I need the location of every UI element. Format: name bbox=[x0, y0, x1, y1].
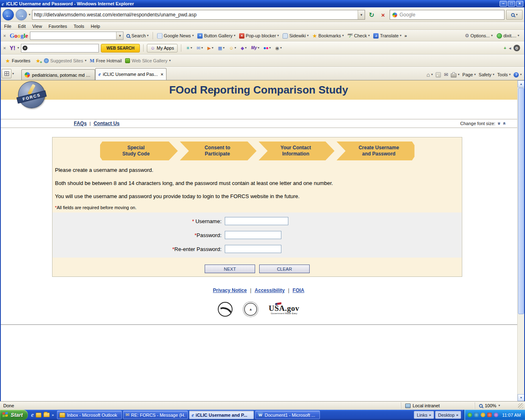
scrollbar-thumb[interactable] bbox=[518, 88, 524, 314]
yahoo-app-button[interactable]: ☺▾ bbox=[229, 46, 236, 50]
add-favorite-icon[interactable]: ★ bbox=[36, 58, 41, 64]
next-button[interactable]: NEXT bbox=[205, 265, 255, 273]
feeds-button[interactable] bbox=[436, 72, 441, 78]
free-hotmail-button[interactable]: M Free Hotmail bbox=[90, 58, 122, 64]
yahoo-my-button[interactable]: My▾ bbox=[251, 46, 259, 50]
tray-icon[interactable] bbox=[468, 413, 472, 417]
quick-tabs-button[interactable] bbox=[2, 69, 11, 78]
my-apps-button[interactable]: ☺ My Apps bbox=[147, 44, 178, 52]
zoom-panel[interactable]: 100% ▾ bbox=[475, 402, 516, 409]
translate-button[interactable]: a Translate ▾ bbox=[372, 32, 402, 39]
yahoo-mail-button[interactable]: ✉▾ bbox=[196, 46, 203, 50]
outlook-quicklaunch-icon[interactable] bbox=[36, 413, 41, 418]
add-app-icon[interactable]: + bbox=[504, 46, 506, 50]
folder-quicklaunch-icon[interactable] bbox=[43, 413, 50, 417]
search-box[interactable]: Google bbox=[390, 10, 504, 20]
yahoo-settings-icon[interactable]: ⚙ bbox=[514, 45, 520, 51]
sidewiki-button[interactable]: Sidewiki ▾ bbox=[282, 32, 309, 39]
google-search-button[interactable]: Search ▾ bbox=[126, 32, 149, 39]
page-scrollbar[interactable]: ▲ ▼ bbox=[517, 80, 524, 401]
quicklaunch-overflow-icon[interactable]: » bbox=[52, 413, 54, 417]
tray-icon[interactable] bbox=[481, 413, 485, 417]
tools-menu-button[interactable]: Tools▾ bbox=[497, 72, 511, 77]
faqs-link[interactable]: FAQs bbox=[74, 121, 87, 126]
zoom-dropdown-icon[interactable]: ▾ bbox=[498, 404, 500, 407]
scroll-down-button[interactable]: ▼ bbox=[518, 394, 525, 401]
yahoo-search-input[interactable] bbox=[29, 46, 98, 50]
tab-iclic-active[interactable]: e iCLIC Username and Pas... × bbox=[95, 68, 167, 80]
suggested-sites-button[interactable]: Suggested Sites ▾ bbox=[44, 58, 87, 63]
bookmarks-button[interactable]: ★ Bookmarks ▾ bbox=[312, 32, 345, 40]
search-button[interactable]: ▾ bbox=[506, 10, 523, 20]
close-yahoo-toolbar-icon[interactable]: × bbox=[2, 46, 7, 50]
accessibility-link[interactable]: Accessibility bbox=[255, 288, 285, 293]
username-input[interactable] bbox=[225, 217, 288, 225]
web-search-button[interactable]: WEB SEARCH bbox=[101, 44, 139, 52]
maximize-button[interactable]: □ bbox=[508, 1, 515, 7]
address-dropdown-icon[interactable]: ▾ bbox=[358, 10, 365, 19]
page-menu-button[interactable]: Page▾ bbox=[462, 72, 476, 77]
scroll-up-button[interactable]: ▲ bbox=[518, 80, 525, 87]
tray-icon[interactable] bbox=[474, 413, 479, 417]
menu-tools[interactable]: Tools bbox=[71, 23, 88, 30]
stop-button[interactable]: × bbox=[378, 10, 388, 20]
url-input[interactable] bbox=[34, 12, 358, 18]
google-search-dropdown-icon[interactable]: ▾ bbox=[116, 32, 123, 39]
yahoo-app-button[interactable]: ◉▾ bbox=[275, 46, 282, 50]
refresh-button[interactable]: ↻ bbox=[367, 10, 377, 20]
close-tab-icon[interactable]: × bbox=[161, 72, 163, 77]
menu-help[interactable]: Help bbox=[87, 23, 103, 30]
search-dropdown-icon[interactable]: ▾ bbox=[516, 13, 518, 16]
yahoo-dropdown-icon[interactable]: ▾ bbox=[17, 46, 19, 50]
start-button[interactable]: Start bbox=[0, 410, 28, 420]
tab-list-dropdown-icon[interactable]: ▾ bbox=[12, 72, 14, 75]
menu-edit[interactable]: Edit bbox=[15, 23, 29, 30]
tab-pediatricians[interactable]: pediatricians, potomac md - ... bbox=[21, 69, 95, 80]
ie-quicklaunch-icon[interactable]: e bbox=[31, 412, 34, 418]
web-slice-gallery-button[interactable]: Web Slice Gallery ▾ bbox=[125, 58, 171, 63]
password-input[interactable] bbox=[225, 231, 281, 239]
clear-button[interactable]: CLEAR bbox=[259, 265, 310, 273]
favorites-button[interactable]: ★ Favorites bbox=[3, 57, 32, 65]
minimize-button[interactable]: – bbox=[500, 1, 507, 7]
google-search-input[interactable] bbox=[30, 33, 116, 38]
links-toolbar[interactable]: Links » bbox=[414, 411, 434, 419]
yahoo-logo[interactable]: Y! bbox=[9, 45, 15, 51]
task-inbox-outlook[interactable]: Inbox - Microsoft Outlook bbox=[57, 411, 122, 419]
back-button[interactable]: ← bbox=[2, 9, 14, 21]
menu-favorites[interactable]: Favorites bbox=[45, 23, 70, 30]
contact-us-link[interactable]: Contact Us bbox=[94, 121, 119, 126]
tray-icon[interactable] bbox=[494, 413, 498, 417]
menu-file[interactable]: File bbox=[1, 23, 15, 30]
spellcheck-button[interactable]: ABC✓ Check ▾ bbox=[347, 32, 370, 39]
popup-blocker-button[interactable]: × Pop-up blocker ▾ bbox=[238, 32, 280, 39]
recent-pages-dropdown-icon[interactable]: ▾ bbox=[29, 13, 30, 16]
task-re-forcs-message[interactable]: ✉ RE: FORCS - Message (H... bbox=[123, 411, 188, 419]
address-field[interactable]: ▾ bbox=[32, 10, 365, 20]
collapse-icon[interactable]: ◂ bbox=[509, 46, 511, 50]
font-increase-icon[interactable]: » bbox=[502, 122, 507, 125]
menu-view[interactable]: View bbox=[29, 23, 46, 30]
account-button[interactable]: dixit.... ▾ bbox=[496, 32, 520, 39]
close-button[interactable]: × bbox=[516, 1, 523, 7]
tray-icon[interactable] bbox=[487, 413, 492, 417]
chevron-right-icon[interactable]: » bbox=[456, 413, 458, 417]
print-button[interactable]: ▾ bbox=[451, 72, 459, 78]
safety-menu-button[interactable]: Safety▾ bbox=[479, 72, 494, 77]
flickr-button[interactable]: ▾ bbox=[264, 46, 271, 50]
task-document1-word[interactable]: W Document1 - Microsoft ... bbox=[255, 411, 320, 419]
yahoo-app-button[interactable]: ◆▾ bbox=[241, 46, 247, 50]
read-mail-button[interactable]: ✉ bbox=[444, 72, 448, 78]
foia-link[interactable]: FOIA bbox=[292, 288, 304, 293]
privacy-notice-link[interactable]: Privacy Notice bbox=[213, 288, 247, 293]
chevron-right-icon[interactable]: » bbox=[429, 413, 431, 417]
yahoo-app-button[interactable]: ▦▾ bbox=[218, 46, 224, 50]
home-button[interactable]: ⌂▾ bbox=[427, 72, 433, 78]
button-gallery-button[interactable]: + Button Gallery ▾ bbox=[196, 32, 236, 39]
yahoo-search-field[interactable] bbox=[21, 44, 99, 52]
options-button[interactable]: ⚙ Options... ▾ bbox=[464, 32, 493, 39]
task-iclic-active[interactable]: e iCLIC Username and P... bbox=[189, 411, 254, 419]
yahoo-app-button[interactable]: ▶▾ bbox=[208, 46, 213, 50]
toolbar-overflow-icon[interactable]: » bbox=[404, 33, 407, 38]
google-news-button[interactable]: Google News ▾ bbox=[156, 32, 194, 39]
